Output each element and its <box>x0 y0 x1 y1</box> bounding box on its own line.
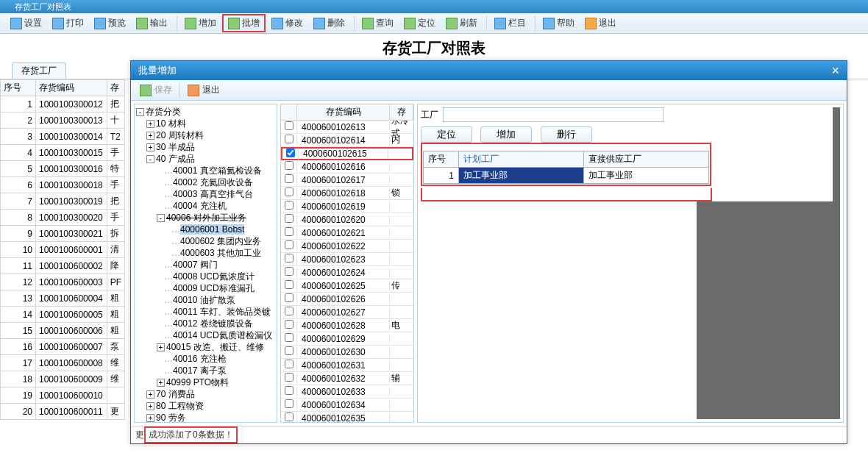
grid-row[interactable]: 4000600102626 <box>281 293 413 306</box>
table-row[interactable]: 81000100300020手 <box>1 210 125 226</box>
col-seq[interactable]: 序号 <box>424 151 459 168</box>
row-checkbox[interactable] <box>285 240 294 249</box>
dialog-save-button[interactable]: 保存 <box>135 82 177 98</box>
tree-node[interactable]: 40015 改造、搬迁、维修 <box>166 342 264 352</box>
tree-node[interactable]: 40011 车灯、装饰品类镀 <box>173 307 271 317</box>
table-row[interactable]: 91000100300021拆 <box>1 226 125 242</box>
add-button[interactable]: 增加 <box>180 15 221 31</box>
help-button[interactable]: 帮助 <box>538 15 579 31</box>
row-checkbox[interactable] <box>285 333 294 342</box>
row-checkbox[interactable] <box>285 201 294 210</box>
table-row[interactable]: 171000100600008维 <box>1 355 125 371</box>
tree-node[interactable]: 70 消费品 <box>156 389 195 399</box>
tree-node[interactable]: 90 劳务 <box>156 413 186 423</box>
delete-row-button[interactable]: 删行 <box>541 126 592 143</box>
tree-node[interactable]: 4000602 集团内业务 <box>180 236 261 246</box>
table-row[interactable]: 61000100300018手 <box>1 177 125 193</box>
tree-root[interactable]: 存货分类 <box>146 107 181 117</box>
grid-row[interactable]: 4000600102634 <box>281 399 413 412</box>
row-checkbox[interactable] <box>285 373 294 382</box>
row-checkbox[interactable] <box>285 227 294 236</box>
settings-button[interactable]: 设置 <box>6 15 46 31</box>
row-checkbox[interactable] <box>285 280 294 289</box>
row-checkbox[interactable] <box>285 161 294 170</box>
print-button[interactable]: 打印 <box>48 15 88 31</box>
row-checkbox[interactable] <box>285 399 294 408</box>
table-row[interactable]: 51000100300016特 <box>1 161 125 177</box>
tree-node[interactable]: 4000603 其他加工业 <box>180 248 261 258</box>
factory-input[interactable] <box>443 107 664 122</box>
tree-node[interactable]: 40004 充注机 <box>173 201 227 211</box>
table-row[interactable]: 21000100300013十 <box>1 113 125 129</box>
row-checkbox[interactable] <box>285 307 294 315</box>
col-code[interactable]: 存货编码 <box>36 80 107 96</box>
grid-row[interactable]: 4000600102623 <box>281 253 413 266</box>
add-row-button[interactable]: 增加 <box>480 126 532 143</box>
close-icon[interactable]: × <box>831 61 839 80</box>
table-row[interactable]: 41000100300015手 <box>1 145 125 161</box>
row-checkbox[interactable] <box>285 267 294 276</box>
table-row[interactable]: 71000100300019把 <box>1 193 125 210</box>
grid-row[interactable]: 4000600102630 <box>281 346 413 359</box>
output-button[interactable]: 输出 <box>132 15 172 31</box>
row-checkbox[interactable] <box>285 293 294 302</box>
col-c3[interactable]: 存 <box>107 80 124 96</box>
query-button[interactable]: 查询 <box>357 15 398 31</box>
row-checkbox[interactable] <box>285 346 294 355</box>
exit-button[interactable]: 退出 <box>580 15 621 31</box>
tab-inventory-factory[interactable]: 存货工厂 <box>12 63 66 79</box>
preview-button[interactable]: 预览 <box>90 15 130 31</box>
col-check[interactable] <box>281 104 297 120</box>
grid-row[interactable]: 4000600102621 <box>281 226 413 240</box>
tree-node[interactable]: 80 工程物资 <box>156 401 204 411</box>
tree-node[interactable]: 40010 油扩散泵 <box>173 295 235 305</box>
grid-row[interactable]: 4000600102618锁 <box>281 187 413 200</box>
row-checkbox[interactable] <box>285 254 294 262</box>
grid-row[interactable]: 4000600102632辅 <box>281 372 413 385</box>
col-seq[interactable]: 序号 <box>1 80 36 96</box>
grid-row[interactable]: 4000600102614内 <box>281 134 413 147</box>
tree-node[interactable]: 40006 对外加工业务 <box>166 213 246 223</box>
tree-node[interactable]: 10 材料 <box>156 118 186 129</box>
tree-node[interactable]: 40003 高真空排气台 <box>173 189 253 199</box>
grid-row[interactable]: 4000600102619 <box>281 200 413 213</box>
table-row[interactable]: 161000100600007泵 <box>1 339 125 355</box>
batch-add-button[interactable]: 批增 <box>222 14 266 32</box>
grid-row[interactable]: 4000600102613水冷式 <box>281 121 413 134</box>
row-checkbox[interactable] <box>285 214 294 223</box>
grid-row[interactable]: 4000600102628电 <box>281 319 413 332</box>
row-checkbox[interactable] <box>285 360 294 368</box>
tree-node-selected[interactable]: 40006001 Bobst <box>180 224 244 235</box>
grid-row[interactable]: 4000600102625传 <box>281 279 413 293</box>
tree-node[interactable]: 40009 UCD标准漏孔 <box>173 283 255 293</box>
row-checkbox[interactable] <box>285 135 294 143</box>
delete-button[interactable]: 删除 <box>309 15 349 31</box>
grid-row[interactable]: 4000600102629 <box>281 332 413 346</box>
grid-row[interactable]: 4000600102631 <box>281 359 413 372</box>
row-checkbox[interactable] <box>285 413 294 421</box>
tree-node[interactable]: 40002 充氦回收设备 <box>173 177 253 188</box>
col-supply-factory[interactable]: 直接供应工厂 <box>584 151 709 168</box>
columns-button[interactable]: 栏目 <box>490 15 530 31</box>
table-row[interactable]: 101000100600001清 <box>1 242 125 258</box>
tree-node[interactable]: 40008 UCD氦浓度计 <box>173 271 255 282</box>
tree-node[interactable]: 40001 真空箱氦检设备 <box>173 165 262 176</box>
table-row[interactable]: 31000100300014T2 <box>1 129 125 145</box>
grid-row[interactable]: 4000600102620 <box>281 213 413 226</box>
table-row[interactable]: 151000100600006粗 <box>1 323 125 339</box>
grid-row[interactable]: 4000600102627 <box>281 306 413 319</box>
row-checkbox[interactable] <box>285 121 294 130</box>
tree-node[interactable]: 30 半成品 <box>156 142 195 152</box>
table-row[interactable]: 111000100600002降 <box>1 258 125 274</box>
col-inv-code[interactable]: 存货编码 <box>297 104 390 120</box>
table-row[interactable]: 121000100600003PF <box>1 274 125 290</box>
locate-button[interactable]: 定位 <box>421 126 472 143</box>
tree-node[interactable]: 40014 UCD氦质谱检漏仪 <box>173 330 272 340</box>
table-row[interactable]: 191000100600010 <box>1 388 125 404</box>
tree-node[interactable]: 20 周转材料 <box>156 130 204 140</box>
table-row[interactable]: 11000100300012把 <box>1 96 125 113</box>
row-checkbox[interactable] <box>285 174 294 183</box>
tree-node[interactable]: 40012 卷绕镀膜设备 <box>173 318 253 329</box>
category-tree[interactable]: -存货分类 +10 材料 +20 周转材料 +30 半成品 -40 产成品 …4… <box>134 104 277 423</box>
row-checkbox[interactable] <box>285 386 294 395</box>
